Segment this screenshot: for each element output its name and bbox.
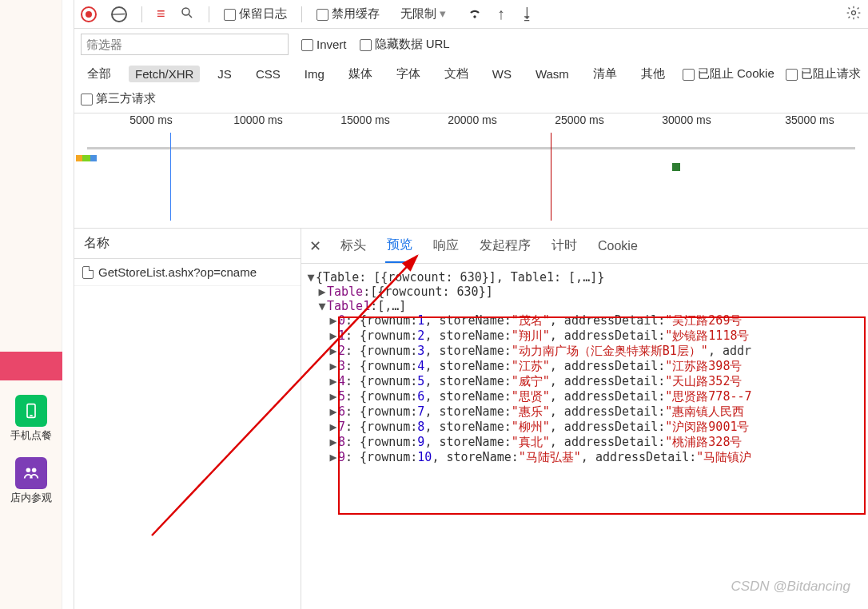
record-icon[interactable] [81,6,97,22]
type-doc[interactable]: 文档 [438,65,475,83]
timeline-tick: 35000 ms [785,113,834,126]
preview-row[interactable]: ▶5: {rownum: 6, storeName: "思贤", address… [306,389,863,404]
tab-cookies[interactable]: Cookie [596,231,639,261]
preview-row[interactable]: ▶2: {rownum: 3, storeName: "动力南广场（汇金奥特莱斯… [306,344,863,359]
type-wasm[interactable]: Wasm [529,66,575,82]
throttle-select[interactable]: 无限制 ▾ [394,5,452,23]
type-font[interactable]: 字体 [390,65,427,83]
lower-pane: 名称 GetStoreList.ashx?op=cname ✕ 标头 预览 响应… [74,229,868,609]
preview-row[interactable]: ▶7: {rownum: 8, storeName: "柳州", address… [306,420,863,435]
preview-row[interactable]: ▶3: {rownum: 4, storeName: "江苏", address… [306,359,863,374]
type-media[interactable]: 媒体 [342,65,379,83]
request-item[interactable]: GetStoreList.ashx?op=cname [74,259,301,286]
mobile-order-icon[interactable] [15,395,47,427]
store-visit-icon[interactable] [15,457,47,489]
preview-row[interactable]: ▶4: {rownum: 5, storeName: "威宁", address… [306,374,863,389]
blocked-cookies-checkbox[interactable]: 已阻止 Cookie [683,66,774,82]
blocked-requests-checkbox[interactable]: 已阻止请求 [786,66,861,82]
preview-root: {Table: [{rowcount: 630}], Table1: [,…]} [316,270,604,285]
third-party-checkbox[interactable]: 第三方请求 [81,91,156,106]
clear-icon[interactable]: ／ [111,6,127,22]
divider [209,6,209,22]
settings-icon[interactable] [846,5,862,23]
filter-icon[interactable]: ≡ [157,6,165,22]
request-name: GetStoreList.ashx?op=cname [98,265,257,279]
svg-point-6 [852,11,856,15]
timeline-tick: 25000 ms [555,113,603,126]
tab-preview[interactable]: 预览 [385,229,414,263]
close-icon[interactable]: ✕ [309,237,321,255]
document-icon [82,266,94,279]
app-sidebar: 手机点餐 店内参观 [0,0,62,609]
timeline-tick: 5000 ms [129,113,173,126]
request-list: 名称 GetStoreList.ashx?op=cname [74,229,301,609]
network-conditions-icon[interactable] [467,5,483,23]
third-party-row: 第三方请求 [74,88,868,113]
timeline-tick: 10000 ms [233,113,282,126]
type-all[interactable]: 全部 [81,65,117,83]
type-js[interactable]: JS [211,66,238,82]
tab-headers[interactable]: 标头 [339,229,368,262]
svg-point-3 [32,468,36,473]
preserve-log-checkbox[interactable]: 保留日志 [224,6,287,22]
type-ws[interactable]: WS [486,66,518,82]
svg-point-4 [182,8,189,15]
type-other[interactable]: 其他 [635,65,671,83]
network-toolbar: ／ ≡ 保留日志 禁用缓存 无限制 ▾ ↑ ⭳ [74,0,868,29]
svg-line-5 [189,14,192,18]
divider [141,6,142,22]
tab-initiator[interactable]: 发起程序 [478,229,532,262]
timeline-overview[interactable]: 5000 ms 10000 ms 15000 ms 20000 ms 25000… [74,113,868,229]
upload-icon[interactable]: ↑ [497,5,505,23]
sidebar-label-mobile[interactable]: 手机点餐 [0,428,62,443]
sidebar-active-indicator [0,352,62,380]
type-manifest[interactable]: 清单 [587,65,623,83]
timeline-tick: 15000 ms [340,113,389,126]
preview-body[interactable]: ▼{Table: [{rowcount: 630}], Table1: [,…]… [301,264,868,609]
devtools-panel: ／ ≡ 保留日志 禁用缓存 无限制 ▾ ↑ ⭳ Invert 隐藏数据 URL … [74,0,868,609]
preview-row[interactable]: ▶8: {rownum: 9, storeName: "真北", address… [306,435,863,450]
type-filter-row: 全部 Fetch/XHR JS CSS Img 媒体 字体 文档 WS Wasm… [74,60,868,88]
timeline-tick: 30000 ms [662,113,711,126]
type-fetch-xhr[interactable]: Fetch/XHR [129,66,200,82]
expand-icon[interactable]: ▼ [306,270,316,285]
key-table: Table [327,285,363,299]
hide-data-urls-checkbox[interactable]: 隐藏数据 URL [360,37,450,52]
preview-row[interactable]: ▶1: {rownum: 2, storeName: "翔川", address… [306,328,863,344]
divider [301,6,302,22]
tab-timing[interactable]: 计时 [550,229,579,262]
request-list-header: 名称 [74,229,301,259]
type-img[interactable]: Img [298,66,331,82]
key-table1: Table1 [327,299,370,313]
search-icon[interactable] [180,6,194,22]
detail-tabs: ✕ 标头 预览 响应 发起程序 计时 Cookie [301,229,868,264]
detail-pane: ✕ 标头 预览 响应 发起程序 计时 Cookie ▼{Table: [{row… [301,229,868,609]
filter-row: Invert 隐藏数据 URL [74,29,868,60]
watermark: CSDN @Bitdancing [731,579,850,595]
type-css[interactable]: CSS [249,66,287,82]
timeline-tick: 20000 ms [448,113,496,126]
svg-point-2 [26,468,31,473]
disable-cache-checkbox[interactable]: 禁用缓存 [317,6,380,22]
preview-row[interactable]: ▶0: {rownum: 1, storeName: "茂名", address… [306,313,863,328]
invert-checkbox[interactable]: Invert [301,38,347,52]
tab-response[interactable]: 响应 [432,229,460,262]
expand-icon[interactable]: ▶ [317,285,327,299]
sidebar-label-visit[interactable]: 店内参观 [0,491,62,505]
preview-row[interactable]: ▶6: {rownum: 7, storeName: "惠乐", address… [306,404,863,420]
preview-row[interactable]: ▶9: {rownum: 10, storeName: "马陆弘基", addr… [306,450,863,465]
download-icon[interactable]: ⭳ [520,5,536,23]
expand-icon[interactable]: ▼ [317,299,327,313]
filter-input[interactable] [81,34,289,55]
